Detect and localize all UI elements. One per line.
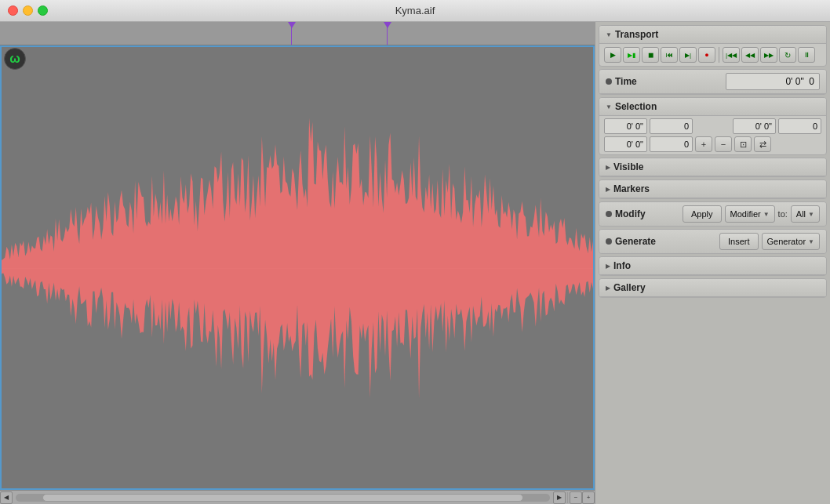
modify-dot (606, 211, 612, 217)
minimize-button[interactable] (23, 5, 33, 16)
skip-back-button[interactable]: ⏮ (661, 47, 678, 63)
markers-section: ▶ Markers (599, 179, 827, 199)
gallery-section: ▶ Gallery (599, 278, 827, 298)
scroll-right-button[interactable]: ▶ (553, 491, 566, 504)
waveform-scrollbar[interactable]: ◀ ▶ − + (0, 490, 595, 504)
selection-start[interactable]: 0' 0" (604, 118, 647, 134)
modify-section: Modify Apply Modifier ▼ to: All ▼ (599, 201, 827, 227)
generate-dot (606, 238, 612, 245)
selection-section: ▼ Selection 0' 0" 0 0' 0" (599, 97, 827, 155)
selection-end-frames[interactable]: 0 (778, 118, 821, 134)
scroll-left-button[interactable]: ◀ (0, 491, 13, 504)
time-header[interactable]: Time 0' 0" 0 (599, 70, 826, 94)
loop-button[interactable]: ↻ (779, 47, 796, 63)
modifier-dropdown[interactable]: Modifier ▼ (725, 205, 775, 223)
selection-fit-button[interactable]: ⊡ (734, 136, 752, 152)
selection-end[interactable]: 0' 0" (733, 118, 776, 134)
selection-start-frames[interactable]: 0 (650, 118, 693, 134)
modify-title: Modify (615, 208, 646, 219)
main-layout: ω ◀ ▶ (0, 22, 830, 504)
selection-add-button[interactable]: + (695, 136, 712, 152)
info-section: ▶ Info (599, 256, 827, 276)
waveform-area[interactable] (0, 45, 595, 490)
time-title: Time (615, 76, 637, 87)
generator-dropdown-arrow: ▼ (808, 238, 814, 245)
pause-button[interactable]: ⏸ (798, 47, 815, 63)
visible-header[interactable]: ▶ Visible (599, 158, 826, 176)
right-panel: ▼ Transport ▶ ▶▮ ◼ ⏮ ▶| ● |◀◀ ◀◀ ▶▶ ↻ ⏸ (595, 22, 830, 504)
bottom-empty (599, 300, 827, 501)
selection-swap-button[interactable]: ⇄ (754, 136, 771, 152)
generator-dropdown[interactable]: Generator ▼ (762, 233, 820, 250)
selection-rows: 0' 0" 0 0' 0" 0 0' 0" (599, 116, 826, 154)
gallery-header[interactable]: ▶ Gallery (599, 279, 826, 297)
record-button[interactable]: ● (698, 47, 715, 63)
window-title: Kyma.aif (395, 5, 435, 16)
selection-length-frames[interactable]: 0 (650, 136, 693, 152)
all-dropdown[interactable]: All ▼ (791, 205, 820, 223)
waveform-ruler (0, 22, 595, 45)
apply-button[interactable]: Apply (683, 205, 722, 223)
transport-header[interactable]: ▼ Transport (599, 26, 826, 44)
visible-triangle: ▶ (606, 164, 610, 171)
transport-buttons: ▶ ▶▮ ◼ ⏮ ▶| ● |◀◀ ◀◀ ▶▶ ↻ ⏸ (599, 44, 826, 66)
close-button[interactable] (8, 5, 18, 16)
transport-triangle: ▼ (606, 31, 612, 38)
insert-button[interactable]: Insert (719, 233, 759, 250)
play-selection-button[interactable]: ▶▮ (623, 47, 640, 63)
info-title: Info (613, 260, 631, 271)
window-controls[interactable] (8, 5, 48, 16)
zoom-in-button[interactable]: + (582, 491, 595, 504)
time-section: Time 0' 0" 0 (599, 69, 827, 95)
selection-subtract-button[interactable]: − (715, 136, 732, 152)
generate-title: Generate (615, 236, 656, 247)
skip-forward-button[interactable]: ▶| (679, 47, 697, 63)
visible-section: ▶ Visible (599, 158, 827, 177)
transport-divider (719, 47, 719, 63)
transport-title: Transport (615, 29, 658, 40)
time-dot (606, 78, 612, 85)
all-dropdown-arrow: ▼ (808, 211, 814, 218)
time-value-display: 0' 0" 0 (726, 73, 820, 90)
info-triangle: ▶ (606, 263, 610, 270)
markers-title: Markers (613, 183, 650, 194)
loop-start-marker (288, 22, 296, 28)
selection-title: Selection (615, 101, 657, 112)
generate-section: Generate Insert Generator ▼ (599, 229, 827, 254)
maximize-button[interactable] (38, 5, 48, 16)
gallery-title: Gallery (613, 282, 646, 293)
selection-row-2: 0' 0" 0 + − ⊡ ⇄ (604, 136, 821, 152)
visible-title: Visible (613, 161, 643, 172)
generate-header[interactable]: Generate Insert Generator ▼ (599, 230, 826, 253)
fastforward-button[interactable]: ▶▶ (760, 47, 777, 63)
omega-logo: ω (4, 48, 26, 70)
modifier-dropdown-arrow: ▼ (763, 211, 770, 218)
waveform-svg (2, 47, 593, 488)
waveform-panel: ω ◀ ▶ (0, 22, 595, 504)
transport-section: ▼ Transport ▶ ▶▮ ◼ ⏮ ▶| ● |◀◀ ◀◀ ▶▶ ↻ ⏸ (599, 25, 827, 67)
markers-header[interactable]: ▶ Markers (599, 180, 826, 198)
playhead-marker (384, 22, 391, 28)
selection-header[interactable]: ▼ Selection (599, 98, 826, 116)
selection-row-1: 0' 0" 0 0' 0" 0 (604, 118, 821, 134)
stop-button[interactable]: ◼ (642, 47, 659, 63)
rewind-button[interactable]: ◀◀ (741, 47, 759, 63)
title-bar: Kyma.aif (0, 0, 830, 22)
play-button[interactable]: ▶ (604, 47, 621, 63)
markers-triangle: ▶ (606, 186, 610, 193)
to-label: to: (778, 209, 788, 219)
modify-header[interactable]: Modify Apply Modifier ▼ to: All ▼ (599, 202, 826, 226)
gallery-triangle: ▶ (606, 285, 610, 292)
selection-triangle: ▼ (606, 103, 612, 111)
selection-length[interactable]: 0' 0" (604, 136, 647, 152)
scrollbar-track[interactable] (16, 494, 550, 502)
zoom-out-button[interactable]: − (570, 491, 582, 504)
info-header[interactable]: ▶ Info (599, 257, 826, 275)
rewind-to-start-button[interactable]: |◀◀ (723, 47, 740, 63)
